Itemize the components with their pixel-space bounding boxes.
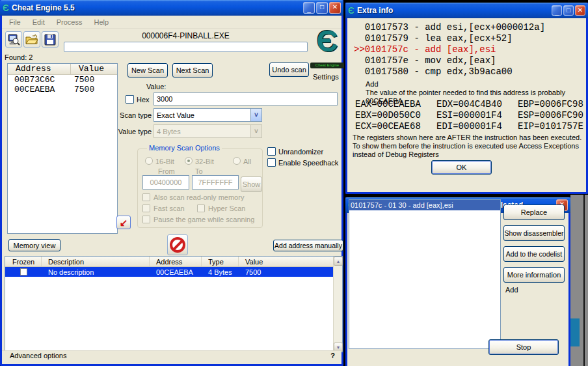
found-row-value: 7500 [71,85,117,94]
copy-to-addresslist-button[interactable]: ↙ [116,216,131,229]
found-header-value[interactable]: Value [71,64,117,74]
minimize-button[interactable]: _ [303,2,315,14]
scan-type-value: Exact Value [154,111,250,119]
red-arrow-icon: ↙ [120,217,128,229]
menu-help[interactable]: Help [88,17,114,27]
radio-all [233,157,241,165]
radio-16bit-label: 16-Bit [155,158,174,165]
scan-type-label: Scan type [120,111,152,119]
value-input[interactable]: 3000 [154,92,338,106]
extra-info-title: Extra info [357,6,552,15]
col-frozen[interactable]: Frozen [5,257,42,266]
table-row[interactable]: No description 00CEAEBA 4 Bytes 7500 [5,267,342,277]
registers-note-line2: To show them before the instruction is e… [353,142,579,150]
row-address: 00CEAEBA [150,268,202,276]
found-list-header[interactable]: Address Value [8,64,117,75]
save-table-button[interactable] [42,31,59,48]
chevron-down-icon[interactable]: ˅ [250,109,261,121]
radio-32bit-label: 32-Bit [195,158,214,165]
minimize-button[interactable]: _ [552,5,562,16]
register: ESP=0006FC90 [518,110,586,121]
found-header-address[interactable]: Address [8,64,71,74]
extra-info-titlebar[interactable]: Є Extra info _ □ ✕ [345,3,588,18]
unrandomizer-checkbox[interactable] [267,147,276,156]
opcodes-changed-window: Є The following opcodes changed the sele… [345,197,570,366]
main-titlebar[interactable]: Є Cheat Engine 5.5 _ □ ✕ [0,0,343,16]
show-disassembler-button[interactable]: Show disassembler [503,225,565,241]
found-row[interactable]: 00CEAEBA 7500 [8,85,117,94]
readonly-checkbox [142,193,150,201]
pause-checkbox [142,216,150,223]
speedhack-checkbox[interactable] [267,158,276,167]
asm-line: 01017579 - lea eax,[ecx+52] [354,33,545,44]
open-folder-icon [25,33,38,46]
advanced-options-link[interactable]: Advanced options [10,352,66,359]
to-input: 7FFFFFFF [192,175,239,190]
radio-all-label: All [243,158,251,165]
opcode-list[interactable]: 0101757c - 01 30 - add [eax],esi [349,199,501,349]
hex-label: Hex [137,96,150,104]
replace-button[interactable]: Replace [503,204,565,220]
menu-process[interactable]: Process [51,17,88,27]
col-address[interactable]: Address [150,257,202,266]
register: EBX=00D050C0 [355,110,436,121]
more-information-button[interactable]: More information [503,267,565,283]
speedhack-label: Enable Speedhack [278,159,338,167]
menu-edit[interactable]: Edit [27,17,51,27]
register-grid: EAX=00CEAEBA EDX=004C4B40 EBP=0006FC98 E… [355,99,586,132]
cheat-engine-icon: Є [348,6,354,15]
scroll-up-icon[interactable]: ▲ [334,257,343,266]
hex-checkbox[interactable] [126,95,134,104]
pause-label: Pause the game while scanning [154,216,254,223]
help-mark[interactable]: ? [330,352,335,359]
table-scrollbar[interactable]: ▲ ▼ [333,257,342,352]
col-description[interactable]: Description [42,257,150,266]
radio-32bit [185,157,193,165]
open-table-button[interactable] [23,31,40,48]
register: EIP=0101757E [518,121,586,132]
frozen-checkbox[interactable] [20,268,27,275]
from-input: 00400000 [142,175,189,190]
show-button: Show [241,176,262,192]
found-row-address: 00B73C6C [8,75,71,85]
undo-scan-button[interactable]: Undo scan [269,63,309,77]
radio-16bit [145,157,153,165]
maximize-button[interactable]: □ [563,5,574,16]
fastscan-label: Fast scan [154,204,185,212]
stop-button[interactable]: Stop [488,339,559,355]
next-scan-button[interactable]: Next Scan [172,63,213,77]
asm-line-highlighted: >>0101757c - add [eax],esi [354,44,545,55]
memory-view-button[interactable]: Memory view [8,239,60,251]
cheat-table-header[interactable]: Frozen Description Address Type Value [5,257,342,267]
settings-link[interactable]: Settings [313,73,339,81]
close-button[interactable]: ✕ [575,5,585,16]
opcode-list-item[interactable]: 0101757c - 01 30 - add [eax],esi [349,200,500,210]
add-to-codelist-button[interactable]: Add to the codelist [503,246,565,262]
cheat-engine-icon: Є [3,3,9,12]
to-label: To [195,167,203,175]
found-list[interactable]: Address Value 00B73C6C 7500 00CEAEBA 750… [7,63,118,234]
close-button[interactable]: ✕ [329,2,341,14]
scan-type-select[interactable]: Exact Value ˅ [154,108,262,122]
asm-line: 01017580 - cmp edx,3b9aca00 [354,66,545,77]
row-value: 7500 [239,268,323,276]
desktop-line [583,195,585,366]
select-process-button[interactable] [5,31,22,48]
unrandomizer-label: Unrandomizer [278,148,323,156]
chevron-down-icon: ˅ [250,125,261,137]
statusbar: Advanced options ? [2,350,341,360]
menu-file[interactable]: File [3,17,27,27]
new-scan-button[interactable]: New Scan [127,63,168,77]
stop-freeze-button[interactable] [167,234,188,255]
ok-button[interactable]: OK [431,160,492,175]
cheat-table[interactable]: Frozen Description Address Type Value No… [5,256,343,352]
register: EDI=000001F4 [436,121,518,132]
register: EDX=004C4B40 [436,99,518,110]
col-type[interactable]: Type [202,257,239,266]
found-row[interactable]: 00B73C6C 7500 [8,75,117,85]
col-value[interactable]: Value [239,257,323,266]
add-address-manually-button[interactable]: Add address manually [273,240,343,251]
value-type-label: Value type [118,128,152,135]
register: EAX=00CEAEBA [355,99,436,110]
maximize-button[interactable]: □ [316,2,328,14]
